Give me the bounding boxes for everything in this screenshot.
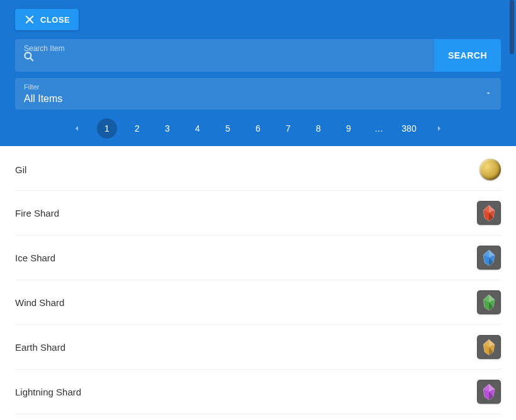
svg-point-2	[25, 52, 31, 59]
filter-dropdown[interactable]: Filter All Items	[15, 78, 501, 110]
page-4[interactable]: 4	[188, 118, 208, 139]
scrollbar-thumb[interactable]	[510, 0, 514, 54]
page-5[interactable]: 5	[218, 118, 238, 139]
scrollbar[interactable]	[510, 0, 516, 420]
item-name: Fire Shard	[15, 208, 59, 219]
filter-value: All Items	[24, 93, 492, 105]
list-item[interactable]: Water Shard	[15, 414, 501, 420]
item-name: Earth Shard	[15, 342, 65, 353]
shard-icon	[477, 246, 501, 270]
search-label: Search Item	[24, 44, 425, 53]
page-ellipsis: …	[369, 118, 389, 139]
prev-page-button[interactable]	[67, 118, 87, 139]
shard-icon	[477, 290, 501, 314]
list-item[interactable]: Gil	[15, 146, 501, 191]
page-9[interactable]: 9	[339, 118, 359, 139]
list-item[interactable]: Wind Shard	[15, 280, 501, 325]
page-6[interactable]: 6	[248, 118, 268, 139]
shard-icon	[477, 335, 501, 359]
coin-icon	[480, 159, 501, 180]
page-380[interactable]: 380	[399, 118, 419, 139]
filter-label: Filter	[24, 83, 492, 91]
list-item[interactable]: Fire Shard	[15, 191, 501, 236]
page-1[interactable]: 1	[97, 118, 117, 139]
page-2[interactable]: 2	[127, 118, 147, 139]
list-item[interactable]: Lightning Shard	[15, 370, 501, 414]
pagination: 123456789…380	[15, 118, 501, 139]
close-icon	[24, 14, 35, 25]
chevron-down-icon	[485, 88, 492, 99]
page-3[interactable]: 3	[157, 118, 177, 139]
search-icon	[23, 50, 35, 65]
list-item[interactable]: Earth Shard	[15, 325, 501, 370]
list-item[interactable]: Ice Shard	[15, 236, 501, 280]
item-list: GilFire ShardIce ShardWind ShardEarth Sh…	[0, 146, 516, 420]
search-field[interactable]: Search Item	[15, 39, 434, 72]
item-name: Ice Shard	[15, 253, 55, 263]
svg-line-3	[31, 59, 33, 61]
item-name: Wind Shard	[15, 297, 64, 308]
search-input[interactable]	[24, 55, 425, 66]
next-page-button[interactable]	[429, 118, 449, 139]
shard-icon	[477, 201, 501, 225]
close-button[interactable]: CLOSE	[15, 9, 79, 30]
page-8[interactable]: 8	[308, 118, 328, 139]
item-name: Gil	[15, 164, 26, 175]
search-button[interactable]: SEARCH	[434, 39, 501, 72]
item-name: Lightning Shard	[15, 387, 81, 397]
close-label: CLOSE	[40, 15, 70, 25]
shard-icon	[477, 380, 501, 404]
page-7[interactable]: 7	[278, 118, 298, 139]
